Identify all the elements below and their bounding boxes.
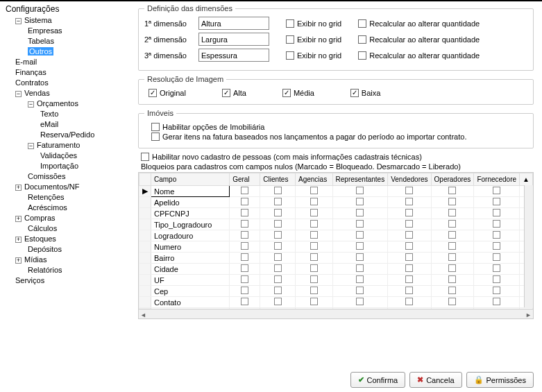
block-checkbox[interactable] [448, 231, 456, 239]
col-fornecedore[interactable]: Fornecedore [474, 173, 520, 186]
block-checkbox[interactable] [356, 287, 364, 294]
table-row[interactable]: Logradouro [139, 230, 533, 241]
block-checkbox[interactable] [405, 264, 413, 272]
block-checkbox[interactable] [405, 298, 413, 305]
block-checkbox[interactable] [310, 264, 318, 272]
block-checkbox[interactable] [493, 253, 500, 261]
block-checkbox[interactable] [405, 231, 413, 239]
dim3-exibir-checkbox[interactable] [286, 51, 294, 60]
block-checkbox[interactable] [310, 253, 318, 261]
block-checkbox[interactable] [448, 198, 456, 205]
tree-orcamentos[interactable]: −Orçamentos [6, 99, 130, 109]
confirma-button[interactable]: ✔Confirma [350, 372, 406, 388]
block-checkbox[interactable] [356, 242, 364, 250]
block-checkbox[interactable] [274, 287, 282, 294]
block-checkbox[interactable] [493, 198, 500, 205]
dim2-exibir-checkbox[interactable] [286, 35, 294, 44]
tree-compras[interactable]: +Compras [6, 213, 130, 223]
tree-vendas[interactable]: −Vendas [6, 88, 130, 99]
block-checkbox[interactable] [448, 264, 456, 272]
table-row[interactable]: Apelido [139, 197, 533, 208]
block-checkbox[interactable] [241, 287, 248, 294]
block-checkbox[interactable] [310, 287, 318, 294]
block-checkbox[interactable] [405, 275, 413, 283]
block-checkbox[interactable] [493, 220, 500, 228]
tree-documentos[interactable]: +Documentos/NF [6, 182, 130, 192]
block-checkbox[interactable] [241, 264, 248, 272]
block-checkbox[interactable] [493, 242, 500, 250]
col-geral[interactable]: Geral [230, 173, 260, 186]
block-checkbox[interactable] [274, 298, 282, 305]
dim1-recalc-checkbox[interactable] [358, 19, 366, 28]
tree-financas[interactable]: Finanças [6, 67, 130, 78]
table-row[interactable]: Cep [139, 286, 533, 297]
table-row[interactable]: UF [139, 275, 533, 286]
tree-calculos[interactable]: Cálculos [6, 223, 130, 234]
table-row[interactable]: Contato [139, 297, 533, 308]
block-checkbox[interactable] [310, 187, 318, 194]
block-checkbox[interactable] [310, 298, 318, 305]
block-checkbox[interactable] [356, 298, 364, 305]
col-vendedores[interactable]: Vendedores [388, 173, 431, 186]
block-checkbox[interactable] [310, 209, 318, 216]
tree-validacoes[interactable]: Validações [6, 151, 130, 161]
block-checkbox[interactable] [448, 253, 456, 261]
tree-faturamento[interactable]: −Faturamento [6, 140, 130, 151]
tree-depositos[interactable]: Depósitos [6, 244, 130, 255]
block-checkbox[interactable] [356, 253, 364, 261]
vertical-scrollbar[interactable] [524, 185, 533, 307]
block-checkbox[interactable] [405, 287, 413, 294]
table-row[interactable]: Tipo_Logradouro [139, 219, 533, 230]
col-campo[interactable]: Campo [151, 173, 230, 186]
tree-reserva[interactable]: Reserva/Pedido [6, 130, 130, 140]
block-checkbox[interactable] [310, 220, 318, 228]
table-row[interactable]: Cidade [139, 264, 533, 275]
block-checkbox[interactable] [310, 275, 318, 283]
block-checkbox[interactable] [448, 220, 456, 228]
block-checkbox[interactable] [448, 298, 456, 305]
table-row[interactable]: Bairro [139, 253, 533, 264]
block-checkbox[interactable] [405, 209, 413, 216]
dim3-recalc-checkbox[interactable] [358, 51, 366, 60]
res-alta-checkbox[interactable] [222, 89, 230, 97]
horizontal-scrollbar[interactable]: ◄► [139, 309, 533, 319]
dim2-recalc-checkbox[interactable] [358, 35, 366, 44]
block-checkbox[interactable] [448, 275, 456, 283]
block-checkbox[interactable] [493, 209, 500, 216]
tree-empresas[interactable]: Empresas [6, 26, 130, 36]
col-clientes[interactable]: Clientes [260, 173, 296, 186]
block-checkbox[interactable] [310, 231, 318, 239]
tree-outros[interactable]: Outros [6, 46, 130, 57]
tree-emailsub[interactable]: eMail [6, 119, 130, 130]
block-checkbox[interactable] [405, 220, 413, 228]
tree-email[interactable]: E-mail [6, 57, 130, 67]
dim1-exibir-checkbox[interactable] [286, 19, 294, 28]
dim1-input[interactable] [198, 17, 269, 30]
block-checkbox[interactable] [241, 298, 248, 305]
tree-tabelas[interactable]: Tabelas [6, 36, 130, 46]
block-checkbox[interactable] [405, 198, 413, 205]
res-original-checkbox[interactable] [149, 89, 157, 97]
tree-texto[interactable]: Texto [6, 109, 130, 119]
block-checkbox[interactable] [448, 187, 456, 194]
block-checkbox[interactable] [493, 287, 500, 294]
tree-comissoes[interactable]: Comissões [6, 171, 130, 182]
res-media-checkbox[interactable] [282, 89, 291, 97]
block-checkbox[interactable] [241, 231, 248, 239]
block-checkbox[interactable] [405, 253, 413, 261]
block-checkbox[interactable] [310, 198, 318, 205]
tree-contratos[interactable]: Contratos [6, 78, 130, 88]
tree-relatorios[interactable]: Relatórios [6, 265, 130, 275]
block-checkbox[interactable] [356, 187, 364, 194]
block-checkbox[interactable] [274, 275, 282, 283]
block-checkbox[interactable] [274, 187, 282, 194]
col-agencias[interactable]: Agencias [296, 173, 333, 186]
dim2-input[interactable] [198, 33, 269, 46]
block-checkbox[interactable] [241, 209, 248, 216]
block-checkbox[interactable] [493, 275, 500, 283]
block-checkbox[interactable] [356, 264, 364, 272]
col-operadores[interactable]: Operadores [431, 173, 474, 186]
block-checkbox[interactable] [274, 242, 282, 250]
permissoes-button[interactable]: 🔒Permissões [466, 372, 534, 388]
block-checkbox[interactable] [356, 231, 364, 239]
